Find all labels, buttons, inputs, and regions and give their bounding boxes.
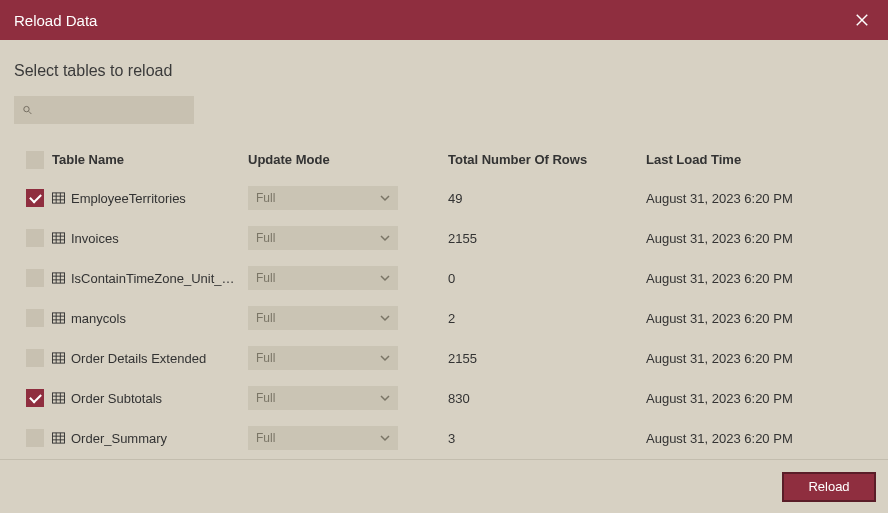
close-button[interactable] (850, 8, 874, 32)
row-name: Invoices (71, 231, 119, 246)
row-count: 830 (448, 391, 646, 406)
table-row: manycolsFull2August 31, 2023 6:20 PM (14, 298, 874, 338)
table-icon (52, 232, 65, 244)
svg-line-3 (29, 111, 32, 114)
table-icon (52, 192, 65, 204)
dialog-subtitle: Select tables to reload (14, 62, 874, 80)
svg-rect-29 (52, 393, 64, 403)
row-load-time: August 31, 2023 6:20 PM (646, 231, 870, 246)
update-mode-select[interactable]: Full (248, 346, 398, 370)
row-count: 49 (448, 191, 646, 206)
update-mode-select[interactable]: Full (248, 306, 398, 330)
col-header-mode[interactable]: Update Mode (248, 152, 448, 167)
col-header-rows[interactable]: Total Number Of Rows (448, 152, 646, 167)
col-header-name[interactable]: Table Name (52, 152, 248, 167)
row-count: 2 (448, 311, 646, 326)
col-header-time[interactable]: Last Load Time (646, 152, 870, 167)
dialog-footer: Reload (0, 459, 888, 513)
row-load-time: August 31, 2023 6:20 PM (646, 391, 870, 406)
table-icon (52, 352, 65, 364)
chevron-down-icon (380, 233, 390, 243)
search-box[interactable] (14, 96, 194, 124)
table-icon (52, 432, 65, 444)
search-icon (22, 104, 33, 116)
row-checkbox[interactable] (26, 389, 44, 407)
row-name: manycols (71, 311, 126, 326)
tables-grid: Table Name Update Mode Total Number Of R… (14, 142, 874, 459)
reload-button[interactable]: Reload (782, 472, 876, 502)
row-load-time: August 31, 2023 6:20 PM (646, 351, 870, 366)
chevron-down-icon (380, 313, 390, 323)
table-row: IsContainTimeZone_Unit_TestFull0August 3… (14, 258, 874, 298)
row-checkbox[interactable] (26, 229, 44, 247)
table-icon (52, 312, 65, 324)
row-name: EmployeeTerritories (71, 191, 186, 206)
row-checkbox[interactable] (26, 189, 44, 207)
row-checkbox[interactable] (26, 309, 44, 327)
row-checkbox[interactable] (26, 349, 44, 367)
update-mode-select[interactable]: Full (248, 186, 398, 210)
svg-point-2 (24, 106, 29, 111)
table-row: Order Details ExtendedFull2155August 31,… (14, 338, 874, 378)
select-all-checkbox[interactable] (26, 151, 44, 169)
table-icon (52, 272, 65, 284)
row-count: 2155 (448, 351, 646, 366)
svg-rect-9 (52, 233, 64, 243)
row-count: 3 (448, 431, 646, 446)
row-count: 2155 (448, 231, 646, 246)
chevron-down-icon (380, 393, 390, 403)
table-icon (52, 392, 65, 404)
update-mode-select[interactable]: Full (248, 226, 398, 250)
row-name: Order_Summary (71, 431, 167, 446)
svg-rect-19 (52, 313, 64, 323)
update-mode-select[interactable]: Full (248, 386, 398, 410)
row-load-time: August 31, 2023 6:20 PM (646, 271, 870, 286)
chevron-down-icon (380, 353, 390, 363)
row-name: IsContainTimeZone_Unit_Test (71, 271, 241, 286)
row-checkbox[interactable] (26, 429, 44, 447)
update-mode-select[interactable]: Full (248, 426, 398, 450)
svg-rect-4 (52, 193, 64, 203)
table-row: Order_SummaryFull3August 31, 2023 6:20 P… (14, 418, 874, 458)
row-count: 0 (448, 271, 646, 286)
row-name: Order Subtotals (71, 391, 162, 406)
row-load-time: August 31, 2023 6:20 PM (646, 431, 870, 446)
table-row: Order SubtotalsFull830August 31, 2023 6:… (14, 378, 874, 418)
dialog-title: Reload Data (14, 12, 97, 29)
table-row: InvoicesFull2155August 31, 2023 6:20 PM (14, 218, 874, 258)
chevron-down-icon (380, 273, 390, 283)
svg-rect-24 (52, 353, 64, 363)
row-checkbox[interactable] (26, 269, 44, 287)
close-icon (853, 11, 871, 29)
update-mode-select[interactable]: Full (248, 266, 398, 290)
search-input[interactable] (39, 103, 186, 117)
dialog-body: Select tables to reload Table Name Updat… (0, 40, 888, 459)
chevron-down-icon (380, 433, 390, 443)
svg-rect-34 (52, 433, 64, 443)
table-header-row: Table Name Update Mode Total Number Of R… (14, 142, 874, 178)
row-load-time: August 31, 2023 6:20 PM (646, 311, 870, 326)
chevron-down-icon (380, 193, 390, 203)
svg-rect-14 (52, 273, 64, 283)
row-load-time: August 31, 2023 6:20 PM (646, 191, 870, 206)
dialog-header: Reload Data (0, 0, 888, 40)
row-name: Order Details Extended (71, 351, 206, 366)
table-row: EmployeeTerritoriesFull49August 31, 2023… (14, 178, 874, 218)
